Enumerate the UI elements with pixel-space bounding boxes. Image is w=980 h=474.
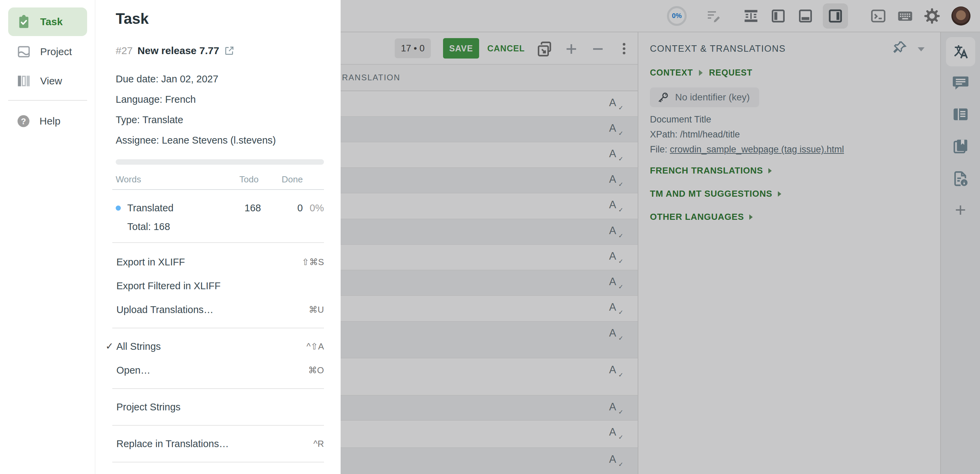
menu-item-export-xliff[interactable]: Export in XLIFF ⇧⌘S (95, 250, 340, 274)
menu-item-label: Export Filtered in XLIFF (116, 280, 221, 292)
words-table-header: Words Todo Done (116, 174, 324, 185)
menu-item-upload-translations[interactable]: Upload Translations… ⌘U (95, 298, 340, 321)
menu-divider (112, 462, 324, 463)
help-icon: ? (16, 114, 30, 128)
menu-item-label: Upload Translations… (116, 304, 213, 315)
menu-item-label: Replace in Translations… (116, 438, 229, 450)
menu-shortcut: ^⇧A (307, 341, 324, 352)
svg-text:?: ? (21, 117, 26, 126)
task-panel: Task #27 New release 7.77 Due date: Jan … (95, 0, 340, 474)
col-done: Done (282, 174, 303, 185)
task-clipboard-icon (16, 14, 31, 30)
task-panel-title: Task (116, 10, 149, 27)
task-language: Language: French (116, 89, 276, 110)
project-icon (16, 44, 31, 59)
menu-item-replace-in-translations[interactable]: Replace in Translations… ^R (95, 432, 340, 456)
menu-item-label: Export in XLIFF (116, 256, 185, 268)
sidebar-item-help[interactable]: ? Help (8, 107, 87, 135)
menu-divider (112, 388, 324, 389)
col-words: Words (116, 174, 141, 185)
menu-shortcut: ⌘U (309, 305, 324, 315)
menu-item-all-strings[interactable]: ✓ All Strings ^⇧A (95, 334, 340, 358)
main-sidebar: Task Project View ? Help (0, 0, 95, 474)
words-row-percent: 0% (310, 202, 324, 214)
menu-shortcut: ⇧⌘S (302, 257, 324, 267)
menu-item-label: Open… (116, 365, 150, 376)
menu-shortcut: ⌘O (308, 365, 324, 375)
words-row-todo: 168 (245, 202, 261, 214)
external-link-icon[interactable] (224, 45, 235, 56)
sidebar-item-project[interactable]: Project (8, 37, 87, 66)
view-columns-icon (16, 73, 31, 89)
panel-divider (112, 242, 324, 243)
menu-item-label: All Strings (116, 341, 161, 352)
sidebar-item-view[interactable]: View (8, 67, 87, 95)
words-table-divider (112, 189, 324, 190)
task-id: #27 (116, 45, 133, 56)
sidebar-item-label: Help (40, 115, 60, 127)
menu-divider (112, 425, 324, 426)
check-icon: ✓ (105, 340, 113, 352)
menu-item-project-strings[interactable]: Project Strings (95, 395, 340, 419)
sidebar-item-label: View (40, 75, 62, 87)
task-assignee: Assignee: Leane Stevens (l.stevens) (116, 130, 276, 150)
words-row-label: Translated (127, 202, 173, 214)
task-due-date: Due date: Jan 02, 2027 (116, 69, 276, 89)
sidebar-item-task[interactable]: Task (8, 8, 87, 36)
sidebar-item-label: Task (40, 16, 63, 27)
words-total: Total: 168 (127, 221, 170, 232)
task-details: Due date: Jan 02, 2027 Language: French … (116, 69, 276, 150)
menu-item-open[interactable]: Open… ⌘O (95, 358, 340, 382)
col-todo: Todo (240, 174, 259, 185)
task-type: Type: Translate (116, 110, 276, 130)
words-row-done: 0 (298, 202, 303, 214)
sidebar-divider (8, 100, 87, 101)
translated-dot-icon (116, 205, 121, 211)
task-name: New release 7.77 (137, 45, 219, 56)
menu-item-export-filtered-xliff[interactable]: Export Filtered in XLIFF (95, 274, 340, 298)
task-progress-bar (116, 159, 324, 165)
menu-item-label: Project Strings (116, 401, 181, 413)
menu-shortcut: ^R (313, 439, 324, 449)
task-menu: Export in XLIFF ⇧⌘S Export Filtered in X… (95, 250, 340, 469)
task-reference-line: #27 New release 7.77 (116, 45, 235, 56)
menu-divider (112, 328, 324, 328)
sidebar-item-label: Project (40, 46, 72, 57)
